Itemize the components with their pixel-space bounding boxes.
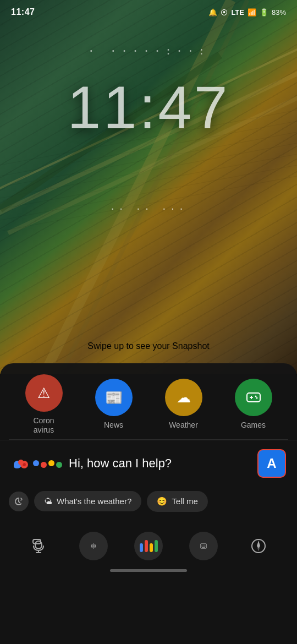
lens-button[interactable] — [79, 532, 108, 560]
bar3 — [150, 543, 153, 552]
google-logo — [11, 454, 62, 473]
svg-point-13 — [255, 396, 256, 397]
lock-date: · ·····:··: — [0, 44, 297, 57]
keyboard-button[interactable] — [189, 532, 218, 560]
quick-access-row: ⚠ Coronavirus 📰 News ☁ Weather — [0, 363, 297, 439]
tell-chip[interactable]: 😊 Tell me — [147, 491, 208, 512]
status-time: 11:47 — [11, 7, 35, 17]
signal-icon: 📶 — [248, 8, 256, 17]
bar4 — [155, 540, 158, 552]
svg-rect-10 — [247, 393, 260, 402]
tell-chip-icon: 😊 — [157, 496, 167, 506]
weather-chip[interactable]: 🌤 What's the weather? — [34, 491, 141, 511]
battery-icon: 🔋 — [260, 8, 268, 17]
svg-line-3 — [0, 143, 297, 198]
lte-label: LTE — [231, 8, 244, 17]
assistant-greeting: Hi, how can I help? — [69, 456, 251, 471]
coronavirus-label: Coronavirus — [33, 416, 54, 435]
bottom-panel: ⚠ Coronavirus 📰 News ☁ Weather — [0, 363, 297, 644]
quick-item-games[interactable]: Games — [229, 379, 278, 430]
coronavirus-icon[interactable]: ⚠ — [25, 374, 63, 412]
news-label: News — [104, 421, 123, 430]
svg-point-20 — [18, 460, 24, 465]
svg-point-14 — [256, 397, 257, 399]
snapshot-label: Swipe up to see your Snapshot — [0, 341, 297, 351]
google-bars — [140, 540, 158, 552]
battery-level: 83% — [272, 8, 286, 17]
wifi-icon: ⦿ — [221, 8, 228, 17]
lock-time: 11:47 — [0, 77, 297, 138]
history-icon[interactable] — [9, 492, 29, 511]
tell-chip-text: Tell me — [172, 496, 198, 506]
avatar-button[interactable]: A — [257, 449, 286, 478]
lock-time-display: 11:47 — [0, 77, 297, 138]
compass-button[interactable] — [244, 532, 273, 560]
bar1 — [140, 543, 143, 552]
suggestion-row: 🌤 What's the weather? 😊 Tell me — [0, 487, 297, 516]
avatar-letter: A — [267, 456, 276, 471]
quick-item-weather[interactable]: ☁ Weather — [159, 379, 208, 430]
svg-point-27 — [93, 545, 95, 547]
lock-info-text: ·· ·· ··· — [0, 204, 297, 214]
alarm-icon: 🔔 — [208, 8, 217, 17]
weather-chip-text: What's the weather? — [57, 496, 131, 506]
lock-info: ·· ·· ··· — [0, 204, 297, 214]
status-icons: 🔔 ⦿ LTE 📶 🔋 83% — [208, 8, 286, 17]
svg-point-21 — [14, 463, 19, 468]
quick-item-coronavirus[interactable]: ⚠ Coronavirus — [19, 374, 69, 435]
weather-icon[interactable]: ☁ — [165, 379, 202, 416]
mic-button[interactable] — [24, 532, 53, 560]
status-bar: 11:47 🔔 ⦿ LTE 📶 🔋 83% — [0, 0, 297, 24]
weather-label: Weather — [169, 421, 198, 430]
lock-date-text: · ·····:··: — [0, 44, 297, 57]
svg-line-4 — [0, 154, 297, 209]
quick-item-news[interactable]: 📰 News — [89, 379, 139, 430]
assistant-row: Hi, how can I help? A — [0, 440, 297, 487]
bottom-toolbar — [0, 523, 297, 565]
games-label: Games — [241, 421, 266, 430]
snapshot-text: Swipe up to see your Snapshot — [87, 341, 209, 351]
home-indicator[interactable] — [110, 569, 187, 572]
bar2 — [145, 540, 148, 552]
svg-rect-25 — [35, 541, 42, 549]
news-icon[interactable]: 📰 — [95, 379, 133, 416]
google-bars-button[interactable] — [134, 532, 163, 560]
games-icon[interactable] — [235, 379, 272, 416]
weather-chip-icon: 🌤 — [44, 496, 52, 506]
